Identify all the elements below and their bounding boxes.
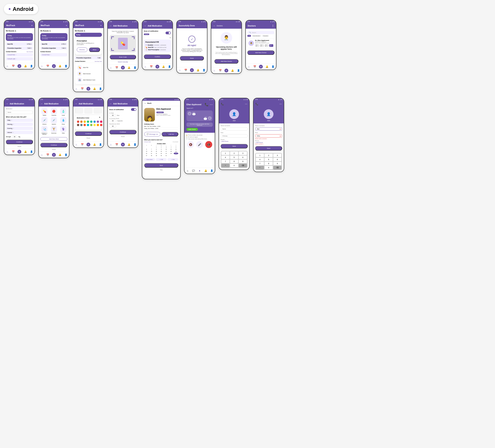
key-8-15[interactable]: 8	[230, 160, 238, 163]
nav-bell-6[interactable]: 🔔	[196, 68, 200, 72]
color-dot-7[interactable]	[100, 121, 102, 123]
nav-person-7[interactable]: 👤	[236, 68, 240, 72]
color-dot-13[interactable]	[93, 124, 96, 126]
plus-1-mo-btn-13[interactable]: + 1 Mo	[156, 158, 167, 161]
nav-home-14[interactable]: ⌂	[186, 169, 190, 173]
phone-icon-14[interactable]: 📞	[205, 103, 208, 106]
nav-bell-8[interactable]: 🔔	[265, 65, 269, 68]
call-icon-15[interactable]: 📞	[221, 103, 224, 105]
nav-calendar-10[interactable]: 📅	[46, 153, 50, 157]
key-2-15[interactable]: 2	[230, 151, 238, 155]
key-7-16[interactable]: 7	[256, 162, 264, 165]
dose-toggle-12[interactable]	[131, 108, 137, 111]
nav-bell-11[interactable]: 🔔	[93, 143, 96, 147]
color-dot-5[interactable]	[93, 121, 96, 123]
nav-calendar-5[interactable]: 📅	[150, 65, 153, 68]
nav-bell-7[interactable]: 🔔	[231, 68, 234, 72]
nav-home-11[interactable]: ⌂	[74, 143, 78, 147]
nav-person-14[interactable]: 👤	[210, 169, 214, 173]
nav-person-1[interactable]: 👤	[29, 64, 33, 68]
nav-calendar-3[interactable]: 📅	[81, 87, 84, 91]
continue-btn-9[interactable]: Continue	[6, 140, 33, 144]
skip-link-13[interactable]: Skip	[144, 169, 178, 171]
medication-name-input-9[interactable]	[6, 111, 33, 114]
drops-item[interactable]: 💧 Drops	[59, 117, 68, 125]
done-btn-6[interactable]: Done	[180, 56, 204, 60]
implants-item[interactable]: 🩺 Implants or patches	[40, 126, 49, 135]
color-dot-0[interactable]	[77, 121, 79, 123]
nav-home-7[interactable]: ⌂	[212, 68, 216, 72]
nav-home-5[interactable]: ⌂	[143, 65, 147, 68]
nav-calendar-9[interactable]: 📅	[12, 150, 15, 154]
nav-person-2[interactable]: 👤	[64, 64, 68, 68]
color-dot-4[interactable]	[90, 121, 93, 123]
back-arrow-10[interactable]: ←	[41, 102, 43, 105]
plus-3-mo-btn-13[interactable]: + 3 Mo	[167, 158, 178, 161]
color-dot-3[interactable]	[87, 121, 89, 123]
consult-now-1[interactable]: Consult Now →	[6, 53, 33, 56]
continue-btn-11[interactable]: Continue	[75, 131, 102, 136]
back-arrow-4[interactable]: ←	[110, 24, 112, 27]
key-6-16[interactable]: 6	[273, 158, 281, 161]
name-input-16[interactable]	[255, 127, 282, 131]
nav-person-6[interactable]: 👤	[202, 68, 206, 72]
nav-bell-4[interactable]: 🔔	[127, 66, 131, 69]
key-del-15[interactable]: ⌫	[239, 164, 247, 167]
nav-home-2[interactable]: ⌂	[40, 64, 44, 68]
add-new-med-btn-10[interactable]: Add New Med	[40, 137, 68, 141]
nav-home-6[interactable]: ⌂	[178, 68, 182, 72]
see-doctors-1[interactable]: See Doctors	[27, 51, 33, 52]
add-doctor-item[interactable]: 👨‍⚕️ Add Doctor	[76, 70, 101, 77]
injection-item[interactable]: 💉 Injection	[50, 117, 58, 125]
nav-msg-14[interactable]: 💬	[192, 169, 195, 173]
nav-plus-5[interactable]: +	[155, 65, 159, 68]
key-star-15[interactable]: *	[221, 164, 230, 167]
total-val-input[interactable]: 00	[109, 114, 116, 117]
key-6-15[interactable]: 6	[239, 156, 247, 159]
nav-bell-12[interactable]: 🔔	[127, 143, 131, 147]
current-val-input[interactable]: 00	[109, 120, 116, 122]
hello-doctor-btn[interactable]: Hello Doctor	[186, 128, 198, 131]
exact-date-btn-13[interactable]: Exact dates	[144, 158, 155, 161]
reset-link-11[interactable]: Reset	[75, 137, 102, 139]
key-3-16[interactable]: 3	[273, 154, 281, 157]
nav-person-11[interactable]: 👤	[98, 143, 102, 147]
key-2-16[interactable]: 2	[264, 154, 273, 157]
key-5-16[interactable]: 5	[264, 158, 273, 161]
tab-all-8[interactable]: All	[247, 35, 251, 37]
nav-bell-2[interactable]: 🔔	[58, 64, 62, 68]
infusion-item[interactable]: 💉 Infusion	[40, 117, 49, 125]
clear-name-icon-16[interactable]: ✕	[279, 128, 281, 130]
exercises-item[interactable]: 🏋️ Exercises	[50, 126, 58, 135]
daily-row-9[interactable]: Daily →	[6, 119, 33, 122]
other-item[interactable]: ⚕️ Other	[59, 126, 68, 135]
liquid-item[interactable]: 🧴 Liquid	[59, 108, 68, 116]
reset-link-9[interactable]: Reset	[6, 146, 33, 147]
role-input-15[interactable]	[220, 134, 248, 137]
nav-person-4[interactable]: 👤	[133, 66, 137, 69]
close-color-btn[interactable]: ✕	[99, 116, 100, 118]
nav-person-3[interactable]: 👤	[98, 87, 102, 91]
key-4-16[interactable]: 4	[256, 158, 264, 161]
nav-plus-8[interactable]: +	[259, 65, 263, 68]
choose-date-13[interactable]: Choose date	[144, 141, 151, 142]
mic-btn-14[interactable]: 🎤	[196, 141, 203, 148]
nav-plus-1[interactable]: +	[17, 64, 21, 68]
evening-row-9[interactable]: Evening →	[6, 127, 33, 130]
key-0-16[interactable]: 0	[264, 166, 273, 169]
key-3-15[interactable]: 3	[239, 151, 247, 155]
key-4-15[interactable]: 4	[221, 156, 230, 159]
nav-calendar-8[interactable]: 📅	[253, 65, 257, 68]
close-dose-btn[interactable]: ✕	[169, 37, 171, 39]
nav-home-8[interactable]: ⌂	[247, 65, 251, 68]
nav-plus-10[interactable]: +	[52, 153, 56, 157]
key-1-15[interactable]: 1	[221, 151, 230, 155]
color-dot-14[interactable]	[97, 124, 99, 126]
nav-person-9[interactable]: 👤	[29, 150, 33, 154]
nav-calendar-12[interactable]: 📅	[115, 143, 119, 147]
nav-plus-4[interactable]: +	[121, 66, 125, 69]
color-dot-1[interactable]	[80, 121, 82, 123]
nav-person-8[interactable]: 👤	[271, 65, 275, 68]
nav-plus-7[interactable]: +	[224, 68, 228, 72]
nav-calendar-4[interactable]: 📅	[115, 66, 119, 69]
